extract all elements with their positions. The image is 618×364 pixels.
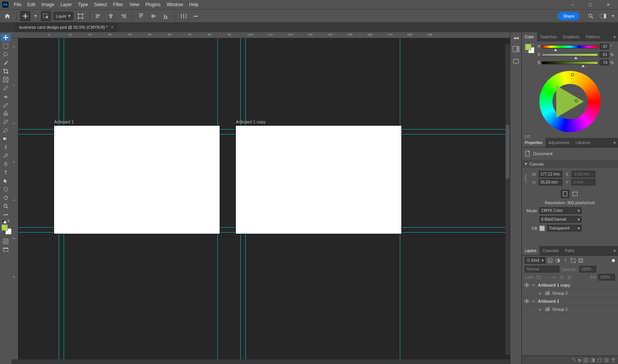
auto-select-target[interactable]: Layer▾ <box>53 12 73 20</box>
align-bottom[interactable] <box>161 11 171 21</box>
bri-input[interactable]: 74 <box>600 60 609 66</box>
move-tool[interactable] <box>1 34 11 41</box>
filter-kind[interactable]: Kind▾ <box>525 257 546 264</box>
path-select-tool[interactable] <box>1 177 11 185</box>
color-swatch[interactable] <box>525 44 533 52</box>
link-layers-icon[interactable] <box>571 358 575 362</box>
adjustment-layer-icon[interactable] <box>590 358 595 362</box>
height-input[interactable]: 55,03 mm <box>539 179 562 185</box>
brush-tool[interactable] <box>1 101 11 109</box>
orientation-portrait[interactable] <box>561 190 569 198</box>
filter-type-icon[interactable]: T <box>562 257 569 264</box>
menu-select[interactable]: Select <box>91 0 110 9</box>
filter-toggle[interactable] <box>612 259 615 262</box>
edit-toolbar[interactable]: ••• <box>1 211 11 218</box>
artboard-1[interactable]: Artboard 1 <box>54 126 220 234</box>
new-layer-icon[interactable] <box>604 358 609 362</box>
tab-color[interactable]: Color <box>522 32 537 41</box>
transform-controls-toggle[interactable] <box>76 11 85 21</box>
layer-style-icon[interactable]: fx <box>578 358 581 362</box>
visibility-toggle[interactable] <box>531 290 536 296</box>
tab-adjustments[interactable]: Adjustments <box>546 138 573 147</box>
panel-menu-icon[interactable]: ≡ <box>611 32 618 41</box>
marquee-tool[interactable] <box>1 42 11 50</box>
fill-input[interactable]: 100% <box>598 274 615 280</box>
lock-artboard-icon[interactable] <box>559 274 565 280</box>
menu-type[interactable]: Type <box>75 0 91 9</box>
workspace-button[interactable] <box>598 11 608 21</box>
layer-group[interactable]: ▸ Group 2 <box>522 289 618 297</box>
stamp-tool[interactable] <box>1 110 11 117</box>
sat-input[interactable]: 61 <box>600 52 609 57</box>
filter-adjust-icon[interactable] <box>555 257 561 264</box>
y-input[interactable]: 0 mm <box>572 179 595 185</box>
align-left[interactable] <box>94 11 104 21</box>
layer-group[interactable]: ▸ Group 1 <box>522 305 618 313</box>
blur-tool[interactable] <box>1 143 11 151</box>
expand-dock-icon[interactable]: ◀◀ <box>513 36 519 40</box>
tab-libraries[interactable]: Libraries <box>573 138 593 147</box>
history-brush-tool[interactable] <box>1 118 11 126</box>
zoom-tool[interactable] <box>1 202 11 210</box>
share-button[interactable]: Share <box>558 12 580 20</box>
move-tool-icon[interactable] <box>20 11 30 21</box>
tab-patterns[interactable]: Patterns <box>583 32 603 41</box>
layer-name[interactable]: Artboard 1 copy <box>538 283 570 287</box>
link-wh-icon[interactable] <box>525 170 529 183</box>
hand-tool[interactable] <box>1 194 11 202</box>
layer-artboard[interactable]: ▾ Artboard 1 <box>522 297 618 305</box>
tab-properties[interactable]: Properties <box>522 138 546 147</box>
panel-menu-icon[interactable]: ≡ <box>611 138 618 147</box>
default-colors-icon[interactable] <box>2 219 10 223</box>
menu-help[interactable]: Help <box>186 0 202 9</box>
expand-toggle[interactable]: ▾ <box>532 283 536 288</box>
search-button[interactable] <box>586 11 596 21</box>
menu-filter[interactable]: Filter <box>110 0 127 9</box>
align-vcenter[interactable] <box>148 11 158 21</box>
eyedropper-tool[interactable] <box>1 84 11 92</box>
wand-tool[interactable] <box>1 59 11 67</box>
x-input[interactable]: -0,08 mm <box>572 171 595 177</box>
quick-mask-toggle[interactable] <box>1 238 11 245</box>
layer-name[interactable]: Group 1 <box>552 307 568 312</box>
layer-artboard[interactable]: ▾ Artboard 1 copy <box>522 281 618 289</box>
expand-toggle[interactable]: ▸ <box>539 307 542 312</box>
scrollbar-vertical[interactable] <box>505 44 510 355</box>
artboard-label[interactable]: Artboard 1 copy <box>236 120 266 124</box>
lock-pixels-icon[interactable] <box>543 274 549 280</box>
blend-mode[interactable]: Normal <box>525 266 559 272</box>
tab-swatches[interactable]: Swatches <box>537 32 560 41</box>
menu-edit[interactable]: Edit <box>24 0 38 9</box>
auto-select-toggle[interactable] <box>41 11 51 21</box>
window-minimize[interactable]: ─ <box>567 1 578 8</box>
tab-channels[interactable]: Channels <box>539 246 562 255</box>
panel-menu-icon[interactable]: ≡ <box>611 246 618 255</box>
layer-name[interactable]: Group 2 <box>552 291 568 295</box>
tab-gradients[interactable]: Gradients <box>560 32 582 41</box>
window-maximize[interactable]: ☐ <box>585 1 596 8</box>
frame-tool[interactable] <box>1 76 11 84</box>
visibility-toggle[interactable] <box>524 282 529 288</box>
menu-window[interactable]: Window <box>164 0 186 9</box>
lock-icon[interactable] <box>566 274 572 280</box>
bri-slider[interactable] <box>542 61 598 64</box>
visibility-toggle[interactable] <box>524 298 529 304</box>
group-layers-icon[interactable] <box>597 358 602 362</box>
scrollbar-horizontal[interactable] <box>12 359 510 364</box>
shape-tool[interactable] <box>1 185 11 193</box>
pen-tool[interactable] <box>1 160 11 168</box>
delete-layer-icon[interactable] <box>611 358 616 362</box>
canvas[interactable]: Artboard 1 Artboard 1 copy <box>18 38 510 359</box>
distribute-h[interactable] <box>179 11 189 21</box>
tab-layers[interactable]: Layers <box>522 246 539 255</box>
align-top[interactable] <box>136 11 146 21</box>
lasso-tool[interactable] <box>1 51 11 58</box>
artboard-label[interactable]: Artboard 1 <box>54 120 74 124</box>
mode-select[interactable]: CMYK Color▾ <box>539 207 582 214</box>
menu-view[interactable]: View <box>126 0 142 9</box>
visibility-toggle[interactable] <box>531 307 536 312</box>
sat-slider[interactable] <box>542 53 598 56</box>
tab-paths[interactable]: Paths <box>562 246 578 255</box>
workspace-dropdown[interactable]: ▾ <box>610 11 616 21</box>
menu-plugins[interactable]: Plugins <box>142 0 163 9</box>
